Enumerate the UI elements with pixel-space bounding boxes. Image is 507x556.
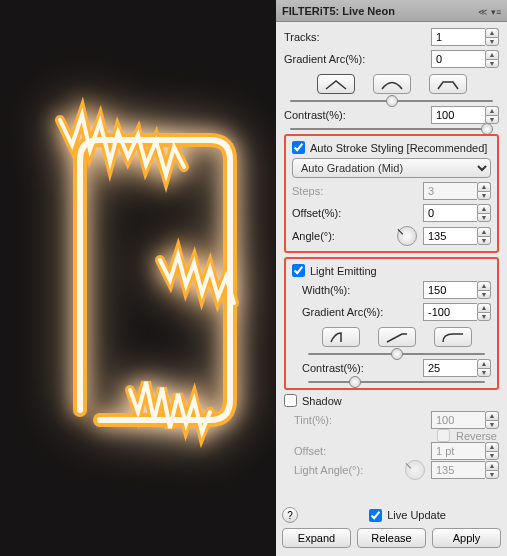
angle-step-up[interactable]: ▲ [477,227,491,236]
filter-panel: FILTERiT5: Live Neon ≪ ▾≡ Tracks: ▲▼ Gra… [276,0,507,556]
gradient-arc-label: Gradient Arc(%): [284,53,425,65]
le-gradarc-step-up[interactable]: ▲ [477,303,491,312]
gradient-arc-input[interactable] [431,50,485,68]
le-width-label: Width(%): [302,284,417,296]
le-contrast-label: Contrast(%): [302,362,417,374]
le-width-step-up[interactable]: ▲ [477,281,491,290]
shadow-offset-input [431,442,485,460]
contrast-row: Contrast(%): ▲▼ [284,106,499,124]
light-emitting-checkbox[interactable] [292,264,305,277]
steps-step-down[interactable]: ▼ [477,191,491,200]
auto-stroke-checkbox[interactable] [292,141,305,154]
offset-input[interactable] [423,204,477,222]
shadow-tint-input [431,411,485,429]
le-gradarc-input[interactable] [423,303,477,321]
angle-label: Angle(°): [292,230,391,242]
offset-label: Offset(%): [292,207,417,219]
tracks-row: Tracks: ▲▼ [284,28,499,46]
le-gradarc-step-down[interactable]: ▼ [477,312,491,321]
shadow-reverse-checkbox [437,429,450,442]
le-arc-concave-button[interactable] [322,327,360,347]
release-button[interactable]: Release [357,528,426,548]
arc-rounded-button[interactable] [373,74,411,94]
tracks-input[interactable] [431,28,485,46]
steps-step-up[interactable]: ▲ [477,182,491,191]
light-emitting-label: Light Emitting [310,265,377,277]
tracks-step-down[interactable]: ▼ [485,37,499,46]
contrast-input[interactable] [431,106,485,124]
shadow-tint-step-down[interactable]: ▼ [485,420,499,429]
panel-titlebar: FILTERiT5: Live Neon ≪ ▾≡ [276,0,507,22]
gradient-arc-step-up[interactable]: ▲ [485,50,499,59]
shadow-lightangle-step-down[interactable]: ▼ [485,470,499,479]
collapse-icon[interactable]: ≪ [478,7,488,17]
gradient-arc-step-down[interactable]: ▼ [485,59,499,68]
live-update-checkbox[interactable] [369,509,382,522]
le-gradarc-slider[interactable] [308,353,485,355]
tracks-label: Tracks: [284,31,425,43]
expand-button[interactable]: Expand [282,528,351,548]
le-arc-linear-button[interactable] [378,327,416,347]
shadow-lightangle-label: Light Angle(°): [294,464,399,476]
menu-icon[interactable]: ▾≡ [491,7,501,17]
shadow-offset-step-up[interactable]: ▲ [485,442,499,451]
shadow-tint-step-up[interactable]: ▲ [485,411,499,420]
offset-step-up[interactable]: ▲ [477,204,491,213]
contrast-slider[interactable] [290,128,493,130]
offset-step-down[interactable]: ▼ [477,213,491,222]
arc-shape-buttons [284,74,499,94]
angle-input[interactable] [423,227,477,245]
arc-flat-button[interactable] [429,74,467,94]
preview-pane [0,0,276,556]
gradient-arc-row: Gradient Arc(%): ▲▼ [284,50,499,68]
arc-triangle-button[interactable] [317,74,355,94]
shadow-tint-label: Tint(%): [294,414,425,426]
le-arc-convex-button[interactable] [434,327,472,347]
le-width-input[interactable] [423,281,477,299]
auto-stroke-label: Auto Stroke Styling [Recommended] [310,142,487,154]
light-emitting-group: Light Emitting Width(%): ▲▼ Gradient Arc… [284,257,499,390]
gradient-arc-slider[interactable] [290,100,493,102]
le-contrast-input[interactable] [423,359,477,377]
shadow-lightangle-knob [405,460,425,480]
steps-input [423,182,477,200]
shadow-checkbox[interactable] [284,394,297,407]
live-update-label: Live Update [387,509,446,521]
angle-step-down[interactable]: ▼ [477,236,491,245]
shadow-offset-step-down[interactable]: ▼ [485,451,499,460]
shadow-lightangle-step-up[interactable]: ▲ [485,461,499,470]
angle-knob[interactable] [397,226,417,246]
auto-stroke-group: Auto Stroke Styling [Recommended] Auto G… [284,134,499,253]
gradation-select[interactable]: Auto Gradation (Mid) [292,158,491,178]
le-gradarc-label: Gradient Arc(%): [302,306,417,318]
tracks-step-up[interactable]: ▲ [485,28,499,37]
panel-title: FILTERiT5: Live Neon [282,5,478,17]
le-contrast-step-up[interactable]: ▲ [477,359,491,368]
le-contrast-slider[interactable] [308,381,485,383]
shadow-offset-label: Offset: [294,445,425,457]
shadow-lightangle-input [431,461,485,479]
neon-artwork [0,0,276,556]
help-button[interactable]: ? [282,507,298,523]
contrast-step-up[interactable]: ▲ [485,106,499,115]
le-width-step-down[interactable]: ▼ [477,290,491,299]
contrast-label: Contrast(%): [284,109,425,121]
shadow-reverse-label: Reverse [456,430,497,442]
steps-label: Steps: [292,185,417,197]
apply-button[interactable]: Apply [432,528,501,548]
shadow-label: Shadow [302,395,342,407]
